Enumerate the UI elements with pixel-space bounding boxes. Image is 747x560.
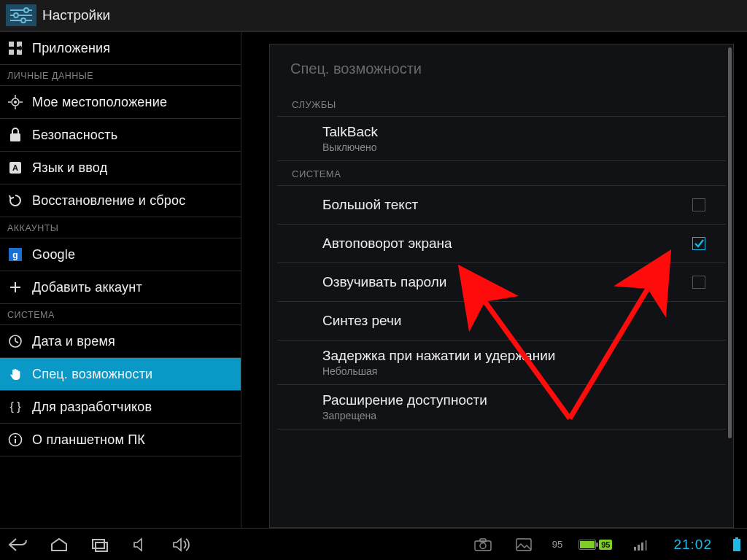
braces-icon: { } [7,399,23,415]
row-sublabel: Небольшая [322,365,555,377]
row-talkback[interactable]: TalkBack Выключено [277,117,726,161]
svg-rect-17 [10,133,20,141]
titlebar: Настройки [0,0,747,32]
sidebar-section-system: СИСТЕМА [0,304,241,325]
sidebar-item-label: Язык и ввод [32,160,107,176]
row-speak-passwords[interactable]: Озвучивать пароли [277,263,726,302]
row-large-text[interactable]: Большой текст [277,186,726,225]
svg-text:A: A [12,163,18,172]
sidebar-item-label: Безопасность [32,128,117,143]
svg-rect-38 [634,547,636,551]
svg-point-5 [14,13,18,18]
svg-rect-35 [480,539,486,542]
svg-rect-40 [641,542,643,551]
info-icon [7,432,23,448]
sidebar-item-apps[interactable]: Приложения [0,32,241,65]
sidebar-item-google[interactable]: g Google [0,238,241,271]
svg-rect-43 [733,539,740,551]
google-icon: g [7,246,23,262]
row-sublabel: Выключено [322,141,378,153]
nav-home-button[interactable] [47,535,71,554]
sidebar-item-accessibility[interactable]: Спец. возможности [0,358,241,391]
page-title: Настройки [42,7,110,23]
checkbox-large-text[interactable] [692,198,705,211]
checkbox-auto-rotate[interactable] [692,237,705,250]
restore-icon [7,192,23,209]
checkbox-speak-passwords[interactable] [692,276,705,289]
row-label: Озвучивать пароли [322,274,446,290]
sidebar-item-security[interactable]: Безопасность [0,119,241,152]
battery-icon [732,537,741,552]
row-tts[interactable]: Синтез речи [277,302,726,341]
svg-point-4 [24,8,28,12]
accessibility-panel: Спец. возможности СЛУЖБЫ TalkBack Выключ… [269,44,734,528]
sidebar-item-about[interactable]: О планшетном ПК [0,424,241,456]
sidebar-item-label: Для разработчиков [32,400,152,415]
location-icon [7,94,23,110]
sidebar-item-label: О планшетном ПК [32,432,145,448]
language-icon: A [7,160,23,176]
sidebar-item-language[interactable]: A Язык и ввод [0,152,241,184]
panel-title: Спец. возможности [270,44,733,92]
sidebar-item-location[interactable]: Мое местоположение [0,86,241,119]
svg-rect-29 [15,439,16,443]
section-system: СИСТЕМА [277,161,726,186]
sidebar-item-label: Спец. возможности [32,367,152,382]
svg-line-26 [15,341,18,343]
image-status-icon [511,535,536,554]
svg-point-28 [15,436,17,438]
row-label: Большой текст [322,197,418,213]
scrollbar-thumb[interactable] [728,47,732,438]
svg-point-6 [21,18,26,23]
row-label: Задержка при нажатии и удержании [322,348,555,364]
row-label: Расширение доступности [322,392,487,408]
row-touch-delay[interactable]: Задержка при нажатии и удержании Небольш… [277,341,726,385]
row-label: Синтез речи [322,313,401,329]
row-accessibility-extension[interactable]: Расширение доступности Запрещена [277,385,726,429]
sidebar-item-add-account[interactable]: Добавить аккаунт [0,271,241,304]
svg-point-12 [14,101,17,104]
sidebar-section-accounts: АККАУНТЫ [0,217,241,238]
sidebar: Приложения ЛИЧНЫЕ ДАННЫЕ Мое местоположе… [0,32,241,528]
svg-rect-9 [9,50,14,55]
sidebar-item-label: Восстановление и сброс [32,193,185,209]
navbar: 95 95 21:02 [0,528,747,560]
hand-icon [7,366,23,382]
sidebar-item-label: Приложения [32,41,110,56]
sidebar-item-developer[interactable]: { } Для разработчиков [0,391,241,424]
nav-recent-button[interactable] [88,535,112,554]
signal-icon [628,535,653,554]
settings-icon [3,2,39,28]
nav-volume-down-button[interactable] [128,535,153,554]
svg-rect-41 [645,540,647,551]
row-auto-rotate[interactable]: Автоповорот экрана [277,225,726,263]
sidebar-item-label: Добавить аккаунт [32,280,142,295]
sidebar-item-datetime[interactable]: Дата и время [0,325,241,358]
sidebar-item-label: Google [32,247,75,262]
nav-back-button[interactable] [6,535,31,554]
sidebar-item-backup-reset[interactable]: Восстановление и сброс [0,184,241,217]
svg-rect-39 [638,545,640,551]
plus-icon [7,279,23,295]
svg-text:g: g [12,250,18,260]
apps-icon [7,40,23,56]
svg-rect-42 [735,537,738,539]
sidebar-item-label: Дата и время [32,334,115,349]
sidebar-item-label: Мое местоположение [32,95,167,110]
section-services: СЛУЖБЫ [277,92,726,117]
clock-icon [7,333,23,349]
row-label: Автоповорот экрана [322,236,452,252]
nav-volume-up-button[interactable] [169,535,194,554]
camera-status-icon [471,535,495,554]
lock-icon [7,127,23,143]
svg-rect-37 [516,539,531,551]
scrollbar[interactable] [728,47,732,524]
row-label: TalkBack [322,124,378,140]
battery-badge-icon: 95 [578,540,612,550]
svg-rect-32 [93,540,104,548]
svg-rect-8 [17,42,22,47]
clock: 21:02 [673,537,712,553]
svg-rect-10 [17,50,22,55]
svg-rect-7 [9,42,14,47]
battery-percent-text: 95 [552,539,562,550]
